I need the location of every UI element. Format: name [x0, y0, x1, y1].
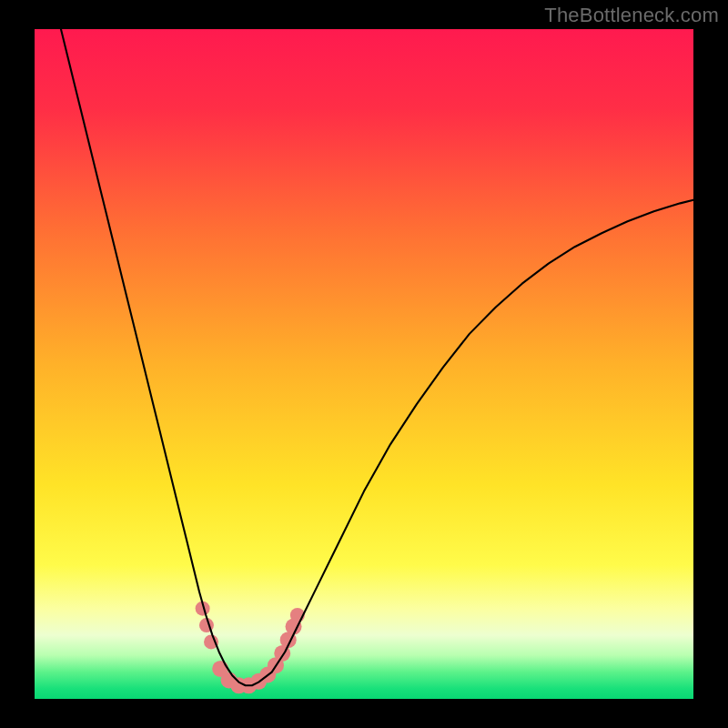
watermark-text: TheBottleneck.com	[544, 4, 719, 27]
bottleneck-chart	[0, 0, 728, 728]
chart-frame: TheBottleneck.com	[0, 0, 728, 728]
plot-background	[35, 29, 693, 699]
